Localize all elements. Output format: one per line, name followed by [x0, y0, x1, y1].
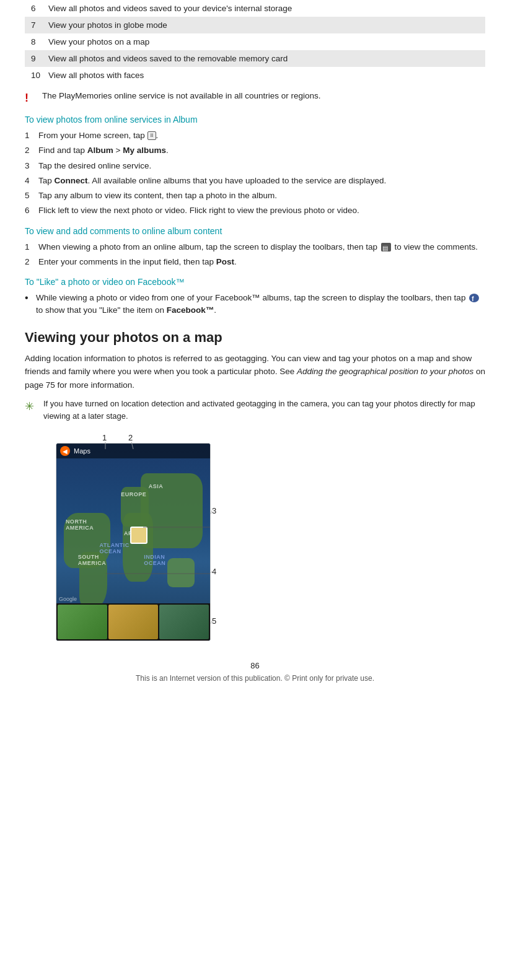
map-label-as: ASIA [149, 483, 164, 489]
section-heading-3: To "Like" a photo or video on Facebook™ [25, 277, 485, 287]
table-row: 9 View all photos and videos saved to th… [25, 50, 485, 67]
section-map: Viewing your photos on a map Adding loca… [25, 330, 485, 643]
list-content: Find and tap Album > My albums. [38, 144, 485, 157]
list-content: Enter your comments in the input field, … [38, 256, 485, 268]
map-label-na: NORTHAMERICA [66, 518, 94, 531]
table-row: 8 View your photos on a map [25, 33, 485, 50]
warning-text: The PlayMemories online service is not a… [42, 91, 320, 100]
page-container: 6 View all photos and videos saved to yo… [0, 0, 510, 714]
list-num: 4 [25, 175, 38, 187]
section-heading-2: To view and add comments to online album… [25, 226, 485, 236]
row-text-9: View all photos and videos saved to the … [48, 54, 479, 63]
table-row: 10 View all photos with faces [25, 67, 485, 84]
warning-icon: ! [25, 92, 36, 105]
map-topbar: ◀ Maps [56, 444, 210, 458]
row-text-8: View your photos on a map [48, 37, 479, 46]
photo-thumb-3 [159, 605, 209, 639]
row-num-7: 7 [31, 20, 48, 30]
bullet-content: While viewing a photo or video from one … [36, 292, 485, 317]
numbered-list-2: 1 When viewing a photo from an online al… [25, 241, 485, 269]
photo-thumb-1 [58, 605, 107, 639]
map-label-ao: AtlanticOcean [99, 542, 129, 554]
row-text-6: View all photos and videos saved to your… [48, 4, 479, 13]
map-label-sa: SOUTHAMERICA [78, 554, 107, 566]
photo-thumb-2 [108, 605, 158, 639]
back-arrow: ◀ [60, 446, 70, 456]
list-content: Tap the desired online service. [38, 160, 485, 172]
map-figure: 1 2 3 4 5 NORTHAMERICA EUROPE SOUTHAMER [37, 432, 223, 642]
list-num: 6 [25, 204, 38, 217]
row-num-10: 10 [31, 71, 48, 80]
table-row: 6 View all photos and videos saved to yo… [25, 0, 485, 17]
photo-strip [56, 603, 210, 641]
map-label-io: IndianOcean [144, 554, 165, 566]
section-view-photos: To view photos from online services in A… [25, 115, 485, 217]
list-item: 3 Tap the desired online service. [25, 160, 485, 172]
tip-text: If you have turned on location detection… [43, 398, 485, 422]
bullet-list: • While viewing a photo or video from on… [25, 292, 485, 317]
section-like: To "Like" a photo or video on Facebook™ … [25, 277, 485, 317]
callout-5: 5 [212, 616, 216, 626]
list-item: 2 Enter your comments in the input field… [25, 256, 485, 268]
table-section: 6 View all photos and videos saved to yo… [25, 0, 485, 84]
row-num-6: 6 [31, 4, 48, 13]
list-content: Tap Connect. All available online albums… [38, 175, 485, 187]
row-num-9: 9 [31, 54, 48, 63]
section-heading-1: To view photos from online services in A… [25, 115, 485, 125]
tip-icon: ✳ [25, 398, 38, 415]
tip-note: ✳ If you have turned on location detecti… [25, 398, 485, 422]
list-item: 2 Find and tap Album > My albums. [25, 144, 485, 157]
photo-cluster [130, 527, 147, 544]
footer-note: This is an Internet version of this publ… [25, 674, 485, 683]
maps-label: Maps [74, 447, 90, 455]
list-num: 2 [25, 144, 38, 157]
warning-note: ! The PlayMemories online service is not… [25, 91, 485, 105]
list-num: 3 [25, 160, 38, 172]
list-num: 2 [25, 256, 38, 268]
callout-2: 2 [128, 433, 133, 442]
list-content: Tap any album to view its content, then … [38, 190, 485, 202]
google-label: Google [59, 596, 77, 602]
callout-3: 3 [212, 506, 216, 515]
numbered-list-1: 1 From your Home screen, tap ⠿. 2 Find a… [25, 129, 485, 217]
row-text-7: View your photos in globe mode [48, 20, 479, 30]
list-content: When viewing a photo from an online albu… [38, 241, 485, 253]
big-heading: Viewing your photos on a map [25, 330, 485, 346]
callout-4: 4 [212, 567, 216, 576]
list-content: Flick left to view the next photo or vid… [38, 204, 485, 217]
map-image: NORTHAMERICA EUROPE SOUTHAMERICA AFRICA … [56, 443, 211, 641]
list-num: 5 [25, 190, 38, 202]
list-item: 1 When viewing a photo from an online al… [25, 241, 485, 253]
list-num: 1 [25, 129, 38, 142]
page-number: 86 [25, 661, 485, 670]
list-item: 1 From your Home screen, tap ⠿. [25, 129, 485, 142]
list-item: 5 Tap any album to view its content, the… [25, 190, 485, 202]
map-label-eu: EUROPE [121, 491, 146, 497]
callout-1: 1 [102, 433, 107, 442]
list-num: 1 [25, 241, 38, 253]
list-item: 4 Tap Connect. All available online albu… [25, 175, 485, 187]
section-comments: To view and add comments to online album… [25, 226, 485, 269]
row-text-10: View all photos with faces [48, 71, 479, 80]
list-content: From your Home screen, tap ⠿. [38, 129, 485, 142]
bullet-symbol: • [25, 291, 36, 305]
bullet-item: • While viewing a photo or video from on… [25, 292, 485, 317]
table-row: 7 View your photos in globe mode [25, 17, 485, 33]
page-footer: 86 This is an Internet version of this p… [25, 661, 485, 689]
row-num-8: 8 [31, 37, 48, 46]
list-item: 6 Flick left to view the next photo or v… [25, 204, 485, 217]
body-para-1: Adding location information to photos is… [25, 352, 485, 392]
